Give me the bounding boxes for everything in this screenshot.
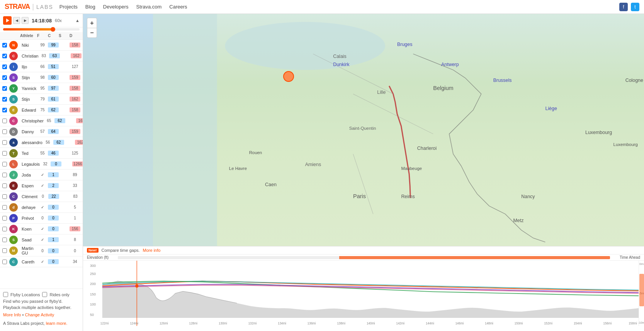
rides-checkbox[interactable]: [42, 292, 47, 297]
athlete-name-8[interactable]: Danny: [20, 129, 37, 134]
athlete-name-1[interactable]: Christian: [20, 54, 38, 58]
athlete-avatar-13: E: [9, 182, 18, 190]
athlete-name-14[interactable]: Clément: [20, 194, 37, 199]
athlete-checkbox-9[interactable]: [2, 140, 7, 145]
athlete-checkbox-20[interactable]: [2, 260, 7, 264]
main-nav: Projects Blog Developers Strava.com Care…: [59, 4, 187, 10]
athlete-row: C Christopher 65 62 162: [0, 115, 83, 126]
athlete-checkbox-8[interactable]: [2, 129, 7, 134]
play-button[interactable]: [3, 16, 12, 25]
athlete-row: P Prévot 0 0 1: [0, 213, 83, 224]
athlete-name-9[interactable]: alessandro: [20, 140, 42, 145]
progress-bar[interactable]: [3, 28, 80, 31]
athlete-name-17[interactable]: Koen: [20, 227, 37, 231]
athlete-avatar-9: a: [9, 138, 18, 147]
nav-blog[interactable]: Blog: [85, 4, 95, 10]
stat-c-13: 2: [48, 183, 59, 188]
athlete-row: C Clément 0 22 83: [0, 191, 83, 202]
athlete-checkbox-0[interactable]: [2, 43, 7, 48]
athlete-name-10[interactable]: Ted: [20, 151, 37, 156]
athlete-checkbox-19[interactable]: [2, 248, 7, 253]
flyby-checkbox[interactable]: [3, 292, 8, 297]
athlete-avatar-5: S: [9, 95, 18, 104]
athlete-name-7[interactable]: Christopher: [20, 119, 44, 123]
athlete-checkbox-7[interactable]: [2, 119, 7, 123]
athlete-checkbox-2[interactable]: [2, 65, 7, 69]
athlete-name-0[interactable]: Niki: [20, 43, 37, 48]
athlete-row: J Joda ✓ 1 89: [0, 170, 83, 180]
athlete-name-15[interactable]: dehaye: [20, 205, 37, 210]
chart-container: 300 250 200 150 100 50: [83, 261, 644, 326]
more-info-chart-link[interactable]: More info: [143, 248, 161, 253]
athlete-row: L Legaulois 32 0 1266: [0, 159, 83, 170]
athlete-name-11[interactable]: Legaulois: [20, 162, 40, 166]
progress-thumb: [51, 27, 55, 32]
svg-text:Liège: Liège: [545, 106, 557, 111]
chart-area: New! Compare time gaps. More info Elevat…: [83, 246, 644, 331]
athlete-checkbox-18[interactable]: [2, 238, 7, 242]
stat-f-2: 66: [37, 65, 48, 69]
athlete-name-13[interactable]: Espen: [20, 183, 37, 188]
athlete-name-4[interactable]: Yannick: [20, 86, 37, 91]
more-info-link[interactable]: More Info: [3, 312, 21, 317]
zoom-out-button[interactable]: −: [87, 28, 97, 38]
athlete-name-19[interactable]: Martin GU: [20, 246, 37, 255]
nav-careers[interactable]: Careers: [169, 4, 187, 10]
stat-c-16: 0: [48, 216, 59, 221]
nav-projects[interactable]: Projects: [59, 4, 78, 10]
check-col-13: ✓: [37, 183, 48, 188]
athlete-checkbox-10[interactable]: [2, 151, 7, 156]
change-activity-link[interactable]: Change Activity: [25, 312, 54, 317]
athlete-name-2[interactable]: Iljo: [20, 65, 37, 69]
athlete-name-5[interactable]: Stijn: [20, 97, 37, 102]
svg-text:128mi: 128mi: [189, 322, 198, 325]
athlete-checkbox-11[interactable]: [2, 162, 7, 166]
strava-wordmark: STRAVA: [5, 3, 30, 11]
athlete-checkbox-5[interactable]: [2, 97, 7, 102]
athlete-name-20[interactable]: Careth: [20, 260, 37, 264]
athlete-name-6[interactable]: Edward: [20, 108, 37, 112]
athlete-checkbox-14[interactable]: [2, 194, 7, 199]
flyby-row: Flyby Locations Rides only: [3, 292, 80, 297]
athlete-checkbox-6[interactable]: [2, 108, 7, 112]
athlete-name-12[interactable]: Joda: [20, 173, 37, 177]
athlete-checkbox-3[interactable]: [2, 75, 7, 80]
athlete-name-3[interactable]: Stijn: [20, 75, 37, 80]
athlete-checkbox-15[interactable]: [2, 205, 7, 210]
athlete-checkbox-13[interactable]: [2, 183, 7, 188]
facebook-icon[interactable]: f: [619, 3, 628, 11]
stat-d-16: 1: [70, 216, 80, 220]
athlete-name-16[interactable]: Prévot: [20, 216, 37, 221]
athlete-name-18[interactable]: Saad: [20, 238, 37, 242]
panel-footer: Flyby Locations Rides only Find who you …: [0, 289, 83, 331]
athlete-checkbox-12[interactable]: [2, 173, 7, 177]
athlete-checkbox-1[interactable]: [2, 54, 7, 58]
athlete-checkbox-17[interactable]: [2, 227, 7, 231]
stat-d-4: 158: [70, 86, 80, 91]
zoom-in-button[interactable]: +: [87, 18, 97, 28]
learn-more-link[interactable]: learn more.: [46, 321, 68, 326]
nav-developers[interactable]: Developers: [103, 4, 129, 10]
map-area[interactable]: + − Belgium Paris Amiens Lille Calais Du…: [83, 14, 644, 246]
stat-c-15: 0: [48, 205, 59, 210]
svg-text:138mi: 138mi: [337, 322, 345, 325]
athlete-row: D Danny 57 64 159: [0, 126, 83, 137]
next-button[interactable]: ▶: [22, 17, 29, 24]
athlete-checkbox-4[interactable]: [2, 86, 7, 91]
stat-f-5: 79: [37, 97, 48, 101]
athlete-avatar-15: d: [9, 203, 18, 212]
twitter-icon[interactable]: t: [631, 3, 639, 11]
stat-c-4: 97: [48, 86, 59, 91]
athlete-checkbox-16[interactable]: [2, 216, 7, 221]
svg-point-37: [135, 284, 138, 287]
nav-strava[interactable]: Strava.com: [136, 4, 162, 10]
svg-text:Caen: Caen: [265, 182, 277, 187]
athletes-list: N Niki 99 99 158 C Christian 83 63 162 I…: [0, 40, 83, 289]
elevation-label: Elevation (ft): [87, 255, 118, 260]
prev-button[interactable]: ◀: [13, 17, 20, 24]
stat-d-14: 83: [70, 194, 81, 199]
stat-c-8: 64: [48, 129, 59, 134]
expand-button[interactable]: ▲: [75, 18, 80, 23]
stat-d-10: 125: [70, 151, 80, 155]
athlete-avatar-3: S: [9, 73, 18, 82]
